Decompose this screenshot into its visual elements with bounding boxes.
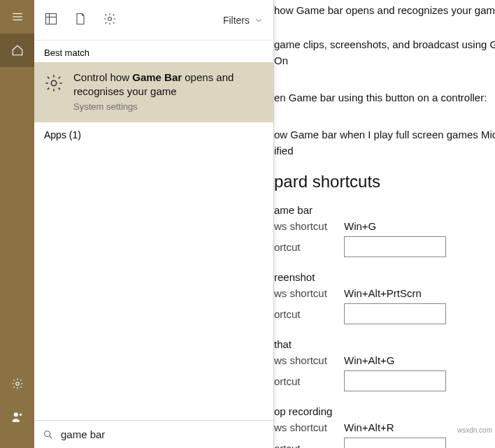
- shortcut-group: thatws shortcutWin+Alt+Gortcut: [274, 338, 495, 391]
- shortcut-value: Win+Alt+PrtScrn: [344, 287, 422, 299]
- settings-gear-button[interactable]: [0, 367, 34, 400]
- gear-icon: [44, 73, 64, 93]
- section-heading: pard shortcuts: [274, 172, 495, 192]
- shortcut-label: ortcut: [274, 442, 344, 449]
- shortcut-label: ws shortcut: [274, 354, 344, 366]
- text-fragment: ified: [274, 145, 495, 157]
- watermark: wsxdn.com: [457, 426, 492, 434]
- svg-rect-6: [46, 14, 57, 24]
- shortcut-name: op recording: [274, 405, 495, 417]
- search-icon: [43, 429, 54, 440]
- result-title: Control how Game Bar opens and recognise…: [73, 71, 264, 99]
- shortcut-label: ortcut: [274, 241, 344, 253]
- search-results-panel: Filters Best match Control how Game Bar …: [34, 0, 274, 448]
- svg-point-3: [15, 382, 19, 386]
- windows-shortcut-row: ws shortcutWin+Alt+G: [274, 354, 495, 366]
- svg-point-11: [45, 431, 50, 436]
- svg-point-5: [19, 414, 21, 416]
- apps-scope-icon[interactable]: [44, 12, 58, 28]
- custom-shortcut-row: ortcut: [274, 303, 495, 324]
- shortcut-input[interactable]: [344, 303, 446, 324]
- shortcut-value: Win+Alt+G: [344, 354, 395, 366]
- search-result-best-match[interactable]: Control how Game Bar opens and recognise…: [34, 62, 273, 122]
- settings-background: how Game bar opens and recognizes your g…: [274, 0, 495, 448]
- shortcut-group: reenshotws shortcutWin+Alt+PrtScrnortcut: [274, 271, 495, 324]
- taskbar-sidebar: [0, 0, 34, 448]
- shortcut-label: ws shortcut: [274, 220, 344, 232]
- result-subtitle: System settings: [73, 101, 264, 113]
- windows-shortcut-row: ws shortcutWin+G: [274, 220, 495, 232]
- shortcut-label: ortcut: [274, 308, 344, 320]
- svg-line-12: [50, 436, 52, 438]
- text-fragment: game clips, screenshots, and broadcast u…: [274, 38, 495, 50]
- filters-dropdown[interactable]: Filters: [223, 15, 264, 26]
- custom-shortcut-row: ortcut: [274, 370, 495, 391]
- shortcut-label: ws shortcut: [274, 287, 344, 299]
- shortcut-value: Win+Alt+R: [344, 421, 394, 433]
- shortcut-name: that: [274, 338, 495, 350]
- shortcut-label: ws shortcut: [274, 421, 344, 433]
- custom-shortcut-row: ortcut: [274, 236, 495, 257]
- documents-scope-icon[interactable]: [73, 12, 87, 28]
- shortcut-value: Win+G: [344, 220, 376, 232]
- search-input[interactable]: [61, 428, 265, 440]
- svg-point-9: [108, 17, 112, 21]
- apps-section-header[interactable]: Apps (1): [34, 122, 273, 147]
- text-fragment: en Game bar using this button on a contr…: [274, 92, 495, 103]
- shortcut-input[interactable]: [344, 438, 446, 448]
- text-fragment: how Game bar opens and recognizes your g…: [274, 4, 495, 16]
- search-box[interactable]: [34, 420, 273, 448]
- home-button[interactable]: [0, 34, 34, 67]
- feedback-button[interactable]: [0, 400, 34, 434]
- shortcut-label: ortcut: [274, 375, 344, 387]
- shortcut-input[interactable]: [344, 370, 446, 391]
- shortcut-input[interactable]: [344, 236, 446, 257]
- toggle-label: On: [274, 55, 495, 66]
- windows-shortcut-row: ws shortcutWin+Alt+PrtScrn: [274, 287, 495, 299]
- filters-label: Filters: [223, 15, 250, 26]
- text-fragment: ow Game bar when I play full screen game…: [274, 129, 495, 140]
- shortcut-name: reenshot: [274, 271, 495, 283]
- settings-scope-icon[interactable]: [103, 12, 117, 28]
- chevron-down-icon: [254, 15, 264, 25]
- svg-point-4: [13, 412, 17, 417]
- search-panel-toolbar: Filters: [34, 0, 273, 41]
- best-match-header: Best match: [34, 41, 273, 62]
- hamburger-menu-button[interactable]: [0, 0, 34, 34]
- shortcut-group: ame barws shortcutWin+Gortcut: [274, 204, 495, 257]
- shortcut-name: ame bar: [274, 204, 495, 216]
- svg-point-10: [51, 80, 56, 85]
- custom-shortcut-row: ortcut: [274, 438, 495, 448]
